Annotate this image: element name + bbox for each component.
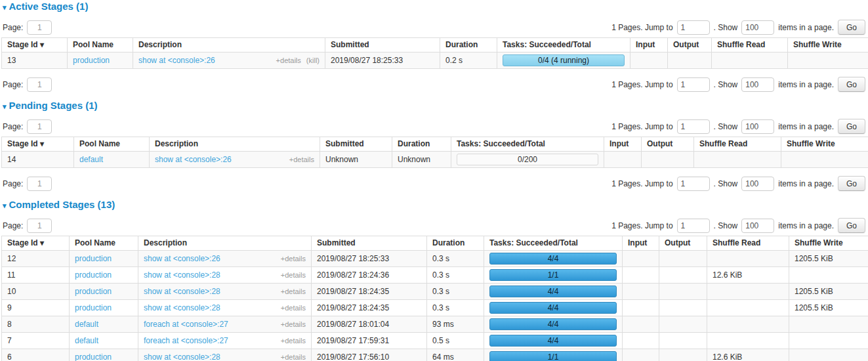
column-header[interactable]: Description [133,38,325,53]
pool-link[interactable]: production [73,56,110,65]
page-size-input[interactable] [741,177,774,191]
pool-link[interactable]: default [75,336,98,345]
page-number-input[interactable] [27,119,52,134]
column-header[interactable]: Input [630,38,668,53]
column-header[interactable]: Input [604,137,642,152]
pool-link[interactable]: default [79,155,103,164]
column-header[interactable]: Shuffle Read [694,137,781,152]
details-toggle[interactable]: +details [289,156,314,163]
shuffle-write-cell [789,316,868,333]
description-link[interactable]: show at <console>:28 [144,352,220,361]
section-header-pending-stages[interactable]: ▾Pending Stages (1) [3,100,867,111]
column-header[interactable]: Pool Name [68,38,133,53]
go-button[interactable]: Go [838,218,865,233]
shuffle-write-cell: 1205.5 KiB [789,300,868,316]
collapse-arrow-icon: ▾ [3,102,7,110]
column-header[interactable]: Description [150,137,320,152]
jump-to-page-input[interactable] [677,20,710,35]
pending-stages-table: Stage Id ▾Pool NameDescriptionSubmittedD… [1,137,868,168]
details-toggle[interactable]: +details [281,287,306,295]
description-link[interactable]: show at <console>:28 [144,287,220,297]
kill-link[interactable]: (kill) [306,56,320,64]
page-size-input[interactable] [741,219,774,233]
column-header[interactable]: Pool Name [70,236,138,251]
column-header[interactable]: Output [668,38,712,53]
go-button[interactable]: Go [838,77,865,92]
column-header[interactable]: Tasks: Succeeded/Total [497,38,630,53]
page-number-input[interactable] [27,219,52,233]
column-header[interactable]: Submitted [320,137,392,152]
details-toggle[interactable]: +details [281,304,306,312]
column-header[interactable]: Submitted [325,38,440,53]
column-header[interactable]: Duration [392,137,451,152]
page-size-input[interactable] [741,20,774,35]
pool-link[interactable]: production [75,287,112,296]
description-link[interactable]: show at <console>:26 [138,56,215,66]
shuffle-read-cell [707,251,789,267]
stage-id-cell: 14 [2,152,74,168]
section-header-active-stages[interactable]: ▾Active Stages (1) [3,1,867,12]
column-header[interactable]: Description [138,236,312,251]
pool-link[interactable]: default [75,320,98,329]
go-button[interactable]: Go [838,20,865,35]
column-header[interactable]: Pool Name [74,137,150,152]
input-cell [623,267,659,284]
completed-stages-table: Stage Id ▾Pool NameDescriptionSubmittedD… [1,236,868,361]
stage-row: 8defaultforeach at <console>:27+details2… [2,316,868,333]
column-header[interactable]: Stage Id ▾ [2,38,68,53]
details-toggle[interactable]: +details [281,271,306,279]
column-header[interactable]: Duration [440,38,497,53]
tasks-cell: 4/4 [484,300,623,316]
pool-link[interactable]: production [75,303,112,312]
column-header[interactable]: Shuffle Write [789,236,868,251]
column-header[interactable]: Input [623,236,659,251]
pool-link[interactable]: production [75,352,112,361]
pool-link[interactable]: production [75,254,112,263]
details-toggle[interactable]: +details [281,337,306,345]
column-header[interactable]: Tasks: Succeeded/Total [484,236,623,251]
column-header[interactable]: Stage Id ▾ [2,236,70,251]
tasks-cell: 4/4 [484,284,623,300]
column-header[interactable]: Shuffle Write [781,137,868,152]
page-number-input[interactable] [27,20,52,35]
shuffle-write-cell [781,152,868,168]
pool-cell: default [70,316,138,333]
submitted-cell: 2019/08/27 18:01:04 [312,316,427,333]
details-toggle[interactable]: +details [281,353,306,361]
description-link[interactable]: show at <console>:28 [144,303,220,313]
page-number-input[interactable] [27,177,52,191]
column-header[interactable]: Submitted [312,236,427,251]
description-link[interactable]: foreach at <console>:27 [144,320,228,329]
go-button[interactable]: Go [838,119,865,134]
details-toggle[interactable]: +details [276,56,301,64]
column-header[interactable]: Output [642,137,694,152]
page-label: Page: [3,80,23,89]
description-link[interactable]: show at <console>:26 [144,254,220,264]
description-cell: foreach at <console>:27+details [138,316,312,333]
description-link[interactable]: show at <console>:28 [144,270,220,280]
page-number-input[interactable] [27,77,52,92]
jump-to-page-input[interactable] [677,177,710,191]
page-size-input[interactable] [741,119,774,134]
column-header[interactable]: Shuffle Read [712,38,788,53]
column-header[interactable]: Tasks: Succeeded/Total [451,137,604,152]
jump-to-page-input[interactable] [677,119,710,134]
pagination-row: Page: 1 Pages. Jump to . Show items in a… [1,119,867,134]
description-link[interactable]: show at <console>:26 [155,155,232,165]
column-header[interactable]: Shuffle Write [788,38,868,53]
task-progress-bar: 0/4 (4 running) [503,54,625,66]
description-link[interactable]: foreach at <console>:27 [144,336,228,346]
jump-to-page-input[interactable] [677,77,710,92]
jump-to-page-input[interactable] [677,219,710,233]
details-toggle[interactable]: +details [281,320,306,328]
column-header[interactable]: Duration [427,236,484,251]
column-header[interactable]: Stage Id ▾ [2,137,74,152]
page-size-input[interactable] [741,77,774,92]
pool-link[interactable]: production [75,270,112,280]
column-header[interactable]: Output [659,236,707,251]
section-header-completed-stages[interactable]: ▾Completed Stages (13) [3,199,867,210]
stage-row: 9productionshow at <console>:28+details2… [2,300,868,316]
details-toggle[interactable]: +details [281,255,306,263]
go-button[interactable]: Go [838,176,865,191]
column-header[interactable]: Shuffle Read [707,236,789,251]
